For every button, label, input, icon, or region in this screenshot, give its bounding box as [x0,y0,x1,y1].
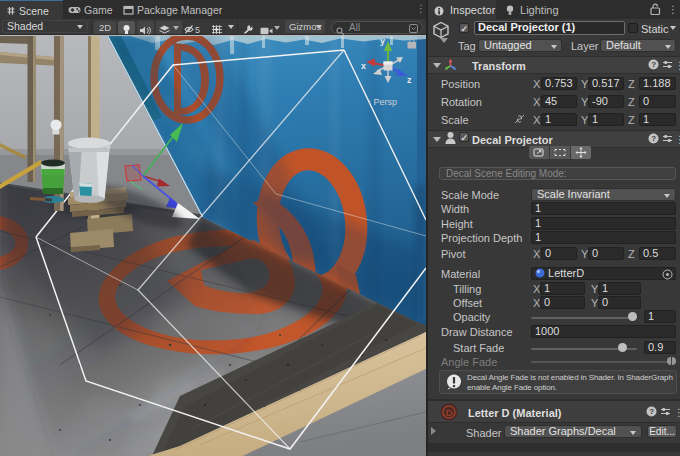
svg-text:?: ? [651,134,656,143]
svg-text:D: D [446,407,453,418]
svg-text:‹ Persp: ‹ Persp [368,97,397,107]
svg-text:5: 5 [195,25,200,35]
svg-text:z: z [407,75,412,85]
svg-text:x: x [361,61,366,71]
svg-text:?: ? [649,407,654,416]
svg-text:y: y [380,36,385,46]
svg-text:?: ? [651,60,656,69]
